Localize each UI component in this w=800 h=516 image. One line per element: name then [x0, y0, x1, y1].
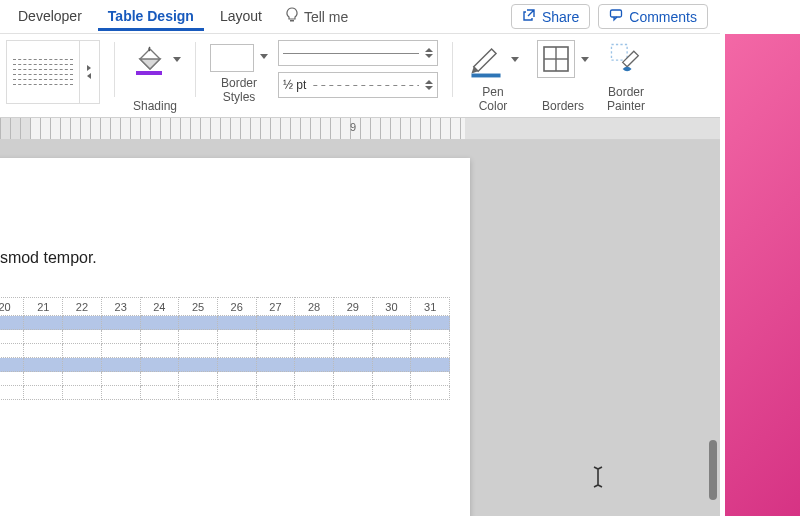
table-cell[interactable] — [333, 372, 372, 386]
table-cell[interactable] — [140, 372, 179, 386]
table-cell[interactable] — [101, 372, 140, 386]
table-header-row[interactable]: 16171819202122232425262728293031 — [0, 298, 450, 316]
table-header-cell[interactable]: 27 — [256, 298, 295, 316]
table-cell[interactable] — [63, 316, 102, 330]
table-cell[interactable] — [179, 386, 218, 400]
share-button[interactable]: Share — [511, 4, 590, 29]
table-cell[interactable] — [256, 316, 295, 330]
table-cell[interactable] — [0, 372, 24, 386]
table-cell[interactable] — [24, 316, 63, 330]
table-cell[interactable] — [0, 386, 24, 400]
table-row[interactable] — [0, 372, 450, 386]
table-header-cell[interactable]: 25 — [179, 298, 218, 316]
border-style-spinner[interactable] — [425, 48, 433, 58]
tab-developer[interactable]: Developer — [8, 2, 92, 31]
table-cell[interactable] — [295, 358, 334, 372]
vertical-scrollbar-thumb[interactable] — [709, 440, 717, 500]
document-page[interactable]: meline dipiscing elit, sed do eiusmod te… — [0, 158, 470, 516]
table-cell[interactable] — [295, 316, 334, 330]
table-cell[interactable] — [372, 386, 411, 400]
border-weight-dropdown[interactable]: ½ pt — [278, 72, 438, 98]
borders-button[interactable] — [537, 40, 589, 78]
table-cell[interactable] — [217, 344, 256, 358]
table-header-cell[interactable]: 30 — [372, 298, 411, 316]
table-cell[interactable] — [179, 344, 218, 358]
table-cell[interactable] — [333, 386, 372, 400]
table-cell[interactable] — [24, 358, 63, 372]
table-header-cell[interactable]: 23 — [101, 298, 140, 316]
table-header-cell[interactable]: 24 — [140, 298, 179, 316]
table-cell[interactable] — [217, 372, 256, 386]
table-cell[interactable] — [140, 316, 179, 330]
table-cell[interactable] — [24, 344, 63, 358]
border-styles-button[interactable] — [210, 40, 268, 72]
table-cell[interactable] — [256, 372, 295, 386]
shading-button[interactable] — [129, 40, 181, 78]
table-header-cell[interactable]: 22 — [63, 298, 102, 316]
table-cell[interactable] — [101, 358, 140, 372]
document-paragraph[interactable]: dipiscing elit, sed do eiusmod tempor. — [0, 249, 440, 267]
table-cell[interactable] — [179, 316, 218, 330]
table-cell[interactable] — [295, 386, 334, 400]
table-header-cell[interactable]: 29 — [333, 298, 372, 316]
table-styles-more[interactable] — [79, 41, 95, 103]
table-cell[interactable] — [24, 372, 63, 386]
table-cell[interactable] — [333, 344, 372, 358]
table-row[interactable] — [0, 344, 450, 358]
table-cell[interactable] — [63, 386, 102, 400]
comments-button[interactable]: Comments — [598, 4, 708, 29]
table-cell[interactable] — [411, 330, 450, 344]
table-styles-gallery[interactable] — [6, 40, 100, 104]
table-style-thumb[interactable] — [11, 44, 75, 100]
table-cell[interactable] — [0, 316, 24, 330]
table-cell[interactable] — [63, 344, 102, 358]
table-cell[interactable] — [372, 330, 411, 344]
border-weight-spinner[interactable] — [425, 80, 433, 90]
table-cell[interactable] — [101, 330, 140, 344]
table-cell[interactable] — [24, 386, 63, 400]
table-cell[interactable] — [179, 330, 218, 344]
table-header-cell[interactable]: 31 — [411, 298, 450, 316]
table-cell[interactable] — [140, 330, 179, 344]
document-workspace[interactable]: meline dipiscing elit, sed do eiusmod te… — [0, 140, 720, 516]
table-cell[interactable] — [256, 358, 295, 372]
table-cell[interactable] — [217, 386, 256, 400]
table-cell[interactable] — [256, 330, 295, 344]
tell-me-search[interactable]: Tell me — [278, 3, 354, 30]
table-cell[interactable] — [217, 358, 256, 372]
table-cell[interactable] — [411, 372, 450, 386]
table-cell[interactable] — [256, 344, 295, 358]
table-cell[interactable] — [372, 344, 411, 358]
table-cell[interactable] — [63, 372, 102, 386]
table-cell[interactable] — [217, 330, 256, 344]
table-header-cell[interactable]: 20 — [0, 298, 24, 316]
table-row[interactable] — [0, 330, 450, 344]
table-cell[interactable] — [0, 358, 24, 372]
horizontal-ruler[interactable]: 9 — [0, 118, 720, 140]
timeline-table[interactable]: 16171819202122232425262728293031 — [0, 297, 450, 400]
table-cell[interactable] — [140, 386, 179, 400]
table-row[interactable] — [0, 358, 450, 372]
table-cell[interactable] — [411, 316, 450, 330]
table-cell[interactable] — [101, 316, 140, 330]
table-cell[interactable] — [217, 316, 256, 330]
table-cell[interactable] — [63, 330, 102, 344]
table-cell[interactable] — [140, 344, 179, 358]
border-painter-button[interactable] — [607, 40, 645, 78]
document-title[interactable]: meline — [0, 198, 440, 241]
table-cell[interactable] — [372, 358, 411, 372]
table-cell[interactable] — [140, 358, 179, 372]
table-row[interactable] — [0, 316, 450, 330]
table-cell[interactable] — [333, 330, 372, 344]
table-cell[interactable] — [0, 344, 24, 358]
table-cell[interactable] — [179, 358, 218, 372]
table-header-cell[interactable]: 21 — [24, 298, 63, 316]
pen-color-button[interactable] — [467, 40, 519, 78]
table-cell[interactable] — [295, 372, 334, 386]
table-cell[interactable] — [179, 372, 218, 386]
tab-layout[interactable]: Layout — [210, 2, 272, 31]
table-cell[interactable] — [411, 344, 450, 358]
table-cell[interactable] — [372, 372, 411, 386]
table-cell[interactable] — [256, 386, 295, 400]
table-cell[interactable] — [101, 386, 140, 400]
